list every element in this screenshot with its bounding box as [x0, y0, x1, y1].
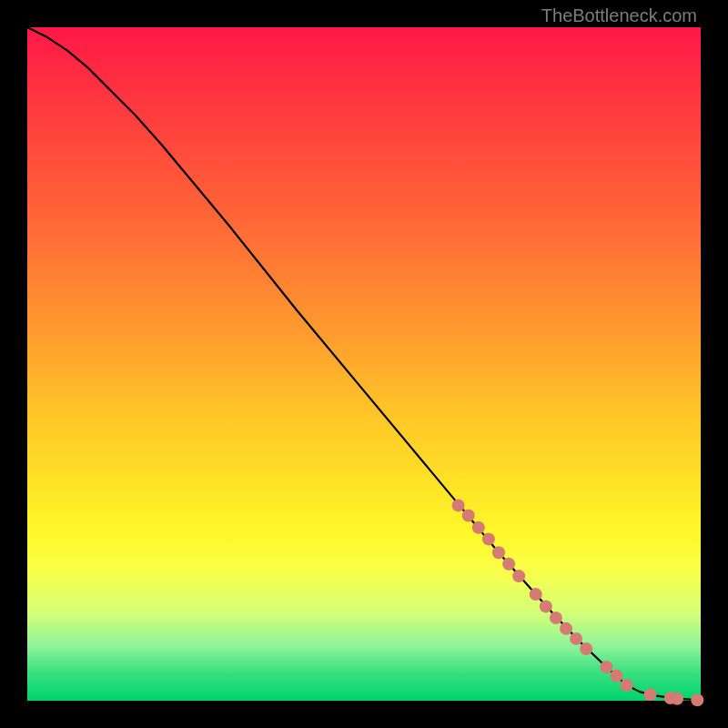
- bottleneck-curve: [27, 27, 701, 700]
- marker-dot: [550, 612, 562, 624]
- marker-dot: [492, 546, 505, 559]
- marker-dot: [560, 622, 572, 635]
- marker-dot: [512, 570, 525, 582]
- marker-dot: [621, 679, 633, 692]
- marker-dot: [691, 693, 703, 706]
- marker-dot: [570, 632, 582, 645]
- chart-frame: TheBottleneck.com: [0, 0, 728, 728]
- marker-dot: [600, 661, 612, 673]
- marker-dot: [502, 558, 515, 571]
- marker-dot: [452, 499, 465, 511]
- highlighted-segment: [452, 499, 704, 706]
- chart-svg: [27, 27, 701, 701]
- marker-dot: [462, 510, 475, 522]
- watermark-text: TheBottleneck.com: [541, 5, 697, 26]
- marker-dot: [644, 688, 657, 701]
- marker-dot: [530, 588, 542, 601]
- marker-dot: [540, 600, 552, 612]
- marker-dot: [580, 642, 592, 655]
- marker-dot: [482, 532, 495, 545]
- marker-dot: [671, 693, 683, 705]
- marker-dot: [472, 521, 485, 534]
- marker-dot: [611, 670, 623, 682]
- plot-area: [27, 27, 701, 701]
